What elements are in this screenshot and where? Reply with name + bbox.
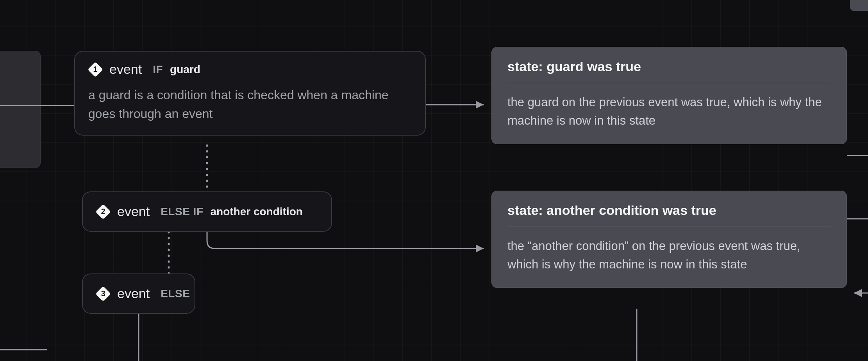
condition-keyword: ELSE [161, 288, 190, 300]
condition-keyword: IF [153, 63, 163, 76]
event-name: event [117, 286, 150, 301]
event-name: event [109, 62, 142, 77]
svg-marker-2 [476, 101, 484, 109]
svg-marker-10 [854, 289, 862, 297]
state-separator [507, 83, 831, 83]
top-right-stub [850, 0, 868, 11]
svg-marker-5 [476, 245, 484, 252]
state-separator [507, 227, 831, 227]
state-title: state: another condition was true [507, 203, 831, 218]
state-description: the “another condition” on the previous … [507, 237, 831, 273]
event-node-1[interactable]: 1 event IF guard a guard is a condition … [74, 51, 426, 136]
event-node-3[interactable]: 3 event ELSE [82, 273, 195, 314]
state-node-2[interactable]: state: another condition was true the “a… [491, 191, 847, 288]
condition-value: guard [170, 63, 200, 76]
event-header: 1 event IF guard [88, 62, 412, 77]
state-description: the guard on the previous event was true… [507, 93, 831, 130]
event-name: event [117, 204, 150, 219]
event-header: 2 event ELSE IF another condition [96, 204, 318, 219]
event-description: a guard is a condition that is checked w… [88, 86, 401, 123]
state-node-1[interactable]: state: guard was true the guard on the p… [491, 47, 847, 144]
condition-keyword: ELSE IF [161, 206, 203, 218]
left-panel-stub [0, 51, 41, 168]
event-badge-number: 3 [101, 289, 105, 298]
event-badge-icon: 2 [96, 205, 110, 219]
diagram-canvas[interactable]: 1 event IF guard a guard is a condition … [0, 0, 868, 361]
event-badge-number: 1 [93, 65, 97, 74]
event-node-2[interactable]: 2 event ELSE IF another condition [82, 191, 332, 232]
event-badge-number: 2 [101, 207, 105, 216]
event-badge-icon: 3 [96, 287, 110, 301]
event-header: 3 event ELSE [96, 286, 181, 301]
condition-value: another condition [210, 206, 302, 218]
state-title: state: guard was true [507, 59, 831, 74]
event-badge-icon: 1 [88, 63, 102, 77]
